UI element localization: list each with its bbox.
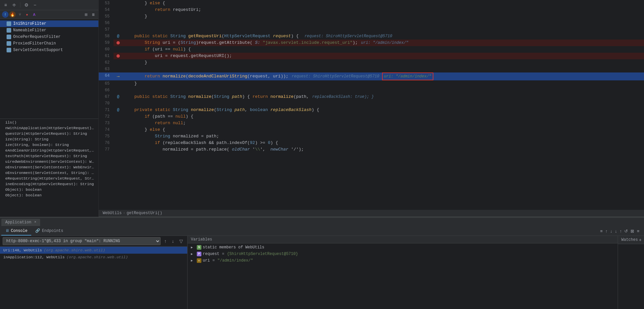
breadcrumb-bar: WebUtils › getRequestUri() [99, 210, 644, 217]
bottom-toolbar-up2-btn[interactable]: ↑ [619, 228, 623, 234]
method-item-11[interactable]: ineEncoding(HttpServletRequest): String [0, 181, 98, 187]
line-number-74: 74 [99, 126, 114, 133]
method-item-12[interactable]: Object): boolean [0, 187, 98, 192]
application-tab[interactable]: Application × [1, 219, 40, 226]
breakpoint-61[interactable] [116, 54, 120, 58]
line-gutter-75 [114, 133, 123, 140]
line-number-56: 56 [99, 20, 114, 26]
icon-circle-btn[interactable]: ● [24, 11, 30, 18]
app-tab-close[interactable]: × [34, 220, 36, 224]
class-icon [7, 28, 11, 33]
icon-f-btn[interactable]: f [2, 11, 9, 18]
bottom-toolbar-down2-btn[interactable]: ↓ [614, 228, 618, 234]
method-item-1[interactable]: nWithinApplication(HttpServletRequest): … [0, 125, 98, 131]
line-number-54: 54 [99, 7, 114, 13]
breadcrumb-sep: › [123, 211, 125, 215]
var-icon-static: S [197, 245, 201, 250]
method-item-3[interactable]: ize(String): String [0, 136, 98, 142]
var-expand-1[interactable]: ▶ [191, 252, 195, 256]
watches-label: Watches [621, 238, 638, 242]
line-content-64: return normalize(decodeAndCleanUriString… [123, 72, 644, 80]
method-item-4[interactable]: ize(String, boolean): String [0, 142, 98, 148]
thread-nav-up[interactable]: ↑ [163, 238, 168, 244]
code-line-59: 59 String uri = (String)request.getAttri… [99, 40, 644, 46]
code-line-65: 65 } [99, 80, 644, 87]
line-number-72: 72 [99, 113, 114, 120]
method-item-10[interactable]: eRequestString(HttpServletRequest, Strin… [0, 176, 98, 181]
bottom-toolbar-down1-btn[interactable]: ↓ [609, 228, 613, 234]
bottom-toolbar-up1-btn[interactable]: ↑ [605, 228, 608, 234]
icon-a-btn[interactable]: A [31, 11, 38, 18]
method-item-2[interactable]: questUri(HttpServletRequest): String [0, 131, 98, 136]
bottom-toolbar-list-btn[interactable]: ≡ [600, 228, 604, 234]
method-item-9[interactable]: oEnvironment(ServletContext, String): We… [0, 170, 98, 176]
var-eq-2: = [213, 258, 215, 263]
line-gutter-58: @ [114, 33, 123, 40]
var-item-request[interactable]: ▶ P request = {ShiroHttpServletRequest@5… [188, 251, 618, 257]
bookmark-icon-67: @ [117, 95, 119, 99]
align-left-btn[interactable]: ≡ [2, 1, 9, 9]
main-area: ≡ ≑ ⚙ − f 🔥 ⑂ ● A ⊞ ≣ IniShiroFilter N [0, 0, 644, 217]
method-item-5[interactable]: eAndCleanUriString(HttpServletRequest, S… [0, 148, 98, 153]
breakpoint-59[interactable] [116, 41, 120, 44]
method-item-7[interactable]: uiredWebEnvironment(ServletContext): Web [0, 159, 98, 164]
bottom-toolbar-grid-btn[interactable]: ⊠ [630, 228, 635, 234]
class-label: OncePerRequestFilter [13, 35, 61, 39]
settings-btn[interactable]: ⚙ [23, 1, 30, 9]
sidebar-item-servlet-context-support[interactable]: ServletContextSupport [0, 47, 98, 53]
watch-add-btn[interactable]: + [638, 237, 642, 242]
thread-dropdown[interactable]: http-8080-exec-1"@5,433 in group "main":… [3, 237, 161, 245]
line-gutter-55 [114, 13, 123, 20]
stack-item-1[interactable]: inApplication:112, WebUtils (org.apache.… [0, 254, 187, 261]
line-number-53: 53 [99, 0, 114, 7]
code-line-73: 73 return null; [99, 120, 644, 126]
align-center-btn[interactable]: ≑ [11, 1, 18, 9]
line-gutter-66 [114, 87, 123, 94]
code-line-74: 74 } else { [99, 126, 644, 133]
icon-fire-btn[interactable]: 🔥 [9, 11, 16, 18]
bookmark-icon-58: @ [117, 34, 119, 39]
stack-frame-loc-1: (org.apache.shiro.web.util) [66, 255, 128, 259]
class-icon [7, 21, 11, 26]
icon-table-btn[interactable]: ⊞ [83, 11, 89, 18]
var-expand-2[interactable]: ▶ [191, 259, 195, 263]
sidebar-item-once-per-request-filter[interactable]: OncePerRequestFilter [0, 34, 98, 40]
method-item-0[interactable]: ils() [0, 120, 98, 125]
class-label: NameableFilter [13, 28, 46, 33]
line-gutter-70 [114, 100, 123, 107]
tab-console[interactable]: 🖥 Console [1, 227, 31, 236]
code-line-76: 76 if (replaceBackSlash && path.indexOf(… [99, 140, 644, 146]
bottom-toolbar-lines-btn[interactable]: ≡ [636, 228, 640, 234]
stack-item-0[interactable]: Uri:140, WebUtils (org.apache.shiro.web.… [0, 247, 187, 254]
code-container[interactable]: 53 } else { 54 return requestUri; 55 [99, 0, 644, 153]
line-content-75: String normalized = path; [123, 133, 644, 140]
line-content-72: if (path == null) { [123, 113, 644, 120]
icon-branch-btn[interactable]: ⑂ [16, 11, 23, 18]
var-name-uri: uri [203, 258, 210, 263]
sidebar-item-nameable-filter[interactable]: NameableFilter [0, 27, 98, 34]
var-expand-0[interactable]: ▶ [191, 245, 195, 249]
sidebar-item-proxied-filter-chain[interactable]: ProxiedFilterChain [0, 40, 98, 47]
method-item-8[interactable]: oEnvironment(ServletContext): WebEnviron… [0, 164, 98, 170]
bottom-toolbar-refresh-btn[interactable]: ↺ [624, 228, 629, 234]
var-item-uri[interactable]: ▶ ≡ uri = "/admin/index/" [188, 257, 618, 264]
code-line-70: 70 [99, 100, 644, 107]
thread-nav-down[interactable]: ↓ [170, 238, 176, 244]
line-content-56 [123, 20, 644, 26]
line-content-74: } else { [123, 126, 644, 133]
sidebar-item-ini-shiro-filter[interactable]: IniShiroFilter [0, 20, 98, 27]
method-item-13[interactable]: Object): boolean [0, 192, 98, 198]
method-item-6[interactable]: textPath(HttpServletRequest): String [0, 153, 98, 159]
line-gutter-65 [114, 80, 123, 87]
line-gutter-61 [114, 53, 123, 59]
stack-frame-loc-0: (org.apache.shiro.web.util) [44, 248, 105, 252]
line-number-77: 77 [99, 146, 114, 153]
var-item-static[interactable]: ▶ S static members of WebUtils [188, 244, 618, 251]
variables-header: Variables [188, 236, 618, 243]
thread-filter-btn[interactable]: ▽ [178, 238, 185, 244]
line-content-73: return null; [123, 120, 644, 126]
line-number-66: 66 [99, 87, 114, 94]
tab-endpoints[interactable]: 🔗 Endpoints [31, 227, 67, 236]
icon-list-btn[interactable]: ≣ [90, 11, 96, 18]
minimize-btn[interactable]: − [31, 1, 39, 9]
